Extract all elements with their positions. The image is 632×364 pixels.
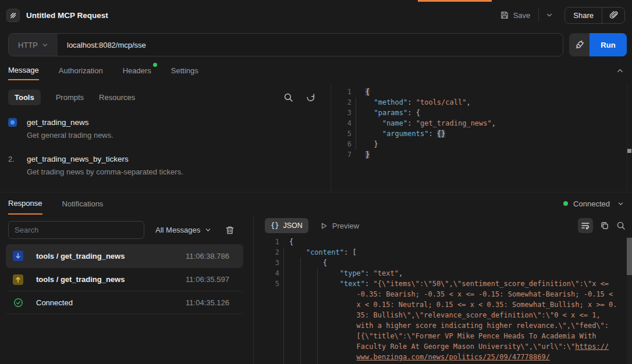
- code-line: 35: Bullish\",\"relevance_score_definiti…: [254, 310, 625, 320]
- response-body: All Messages tools / get_trading_news 11…: [0, 215, 632, 364]
- tool-list-item[interactable]: get_trading_news Get general trading new…: [8, 115, 319, 140]
- message-list: tools / get_trading_news 11:06:38.786 to…: [6, 244, 243, 314]
- braces-icon: {}: [271, 222, 279, 230]
- tool-list: get_trading_news Get general trading new…: [8, 115, 319, 188]
- chevron-down-icon: [617, 201, 624, 207]
- message-direction-up-icon: [13, 274, 23, 285]
- message-toolbar: All Messages: [8, 221, 236, 239]
- tools-search-button[interactable]: [283, 92, 293, 102]
- code-line: 5 "text": "{\"items\":\"50\",\"sentiment…: [254, 279, 625, 289]
- url-row: HTTP Run: [0, 33, 632, 56]
- request-json-editor[interactable]: 1{2 "method": "tools/call",3 "params": {…: [332, 87, 627, 192]
- code-line: x < 0.15: Neutral; 0.15 <= x < 0.35: Som…: [254, 299, 625, 310]
- message-row[interactable]: Connected 11:04:35.126: [6, 291, 243, 314]
- search-icon: [616, 221, 626, 230]
- tab-notifications[interactable]: Notifications: [62, 192, 104, 215]
- tool-description: Get general trading news.: [27, 131, 319, 140]
- tab-authorization[interactable]: Authorization: [59, 60, 103, 80]
- clear-messages-button[interactable]: [224, 224, 236, 236]
- app-window: Untitled MCP Request Save Share HTTP: [0, 0, 632, 364]
- tab-settings[interactable]: Settings: [171, 60, 198, 80]
- headers-green-dot: [153, 63, 157, 67]
- chevron-up-icon: [616, 67, 624, 74]
- tool-selected-indicator: [8, 118, 17, 127]
- message-row[interactable]: tools / get_trading_news 11:06:35.597: [6, 267, 243, 291]
- chevron-down-icon: [205, 227, 211, 233]
- code-line: with a higher score indicating higher re…: [254, 320, 625, 331]
- resources-tab[interactable]: Resources: [99, 93, 135, 102]
- save-icon: [500, 10, 509, 20]
- chevron-down-icon: [546, 12, 553, 19]
- code-line: www.benzinga.com/news/politics/25/09/477…: [254, 352, 625, 362]
- tool-name: get_trading_news_by_tickers: [27, 155, 129, 163]
- save-menu-chevron-button[interactable]: [541, 8, 558, 22]
- link-icon: [609, 10, 618, 20]
- scrollbar-thumb[interactable]: [627, 238, 632, 275]
- pane-divider: [331, 84, 331, 192]
- tab-headers[interactable]: Headers: [123, 60, 151, 80]
- run-button[interactable]: Run: [590, 33, 627, 56]
- tools-tab[interactable]: Tools: [8, 90, 41, 105]
- word-wrap-button[interactable]: [578, 218, 593, 233]
- top-loading-indicator: [418, 0, 492, 2]
- chevron-down-icon: [42, 42, 48, 48]
- connection-settings-button[interactable]: [569, 33, 590, 56]
- code-line: 4 "name": "get_trading_news",: [332, 118, 627, 129]
- message-label: tools / get_trading_news: [36, 252, 125, 260]
- request-tab-bar: Message Authorization Headers Settings: [0, 60, 632, 80]
- tab-message[interactable]: Message: [8, 60, 39, 80]
- url-input[interactable]: [58, 34, 563, 56]
- refresh-icon: [306, 92, 315, 102]
- message-filter-dropdown[interactable]: All Messages: [155, 226, 211, 234]
- viewer-toolbar: {} JSON Preview: [265, 217, 626, 234]
- viewer-search-button[interactable]: [616, 221, 626, 230]
- connection-status-dot: [563, 201, 568, 206]
- save-button[interactable]: Save: [494, 7, 537, 23]
- method-dropdown[interactable]: HTTP: [9, 34, 58, 56]
- connection-dropdown-button[interactable]: [617, 201, 624, 207]
- connected-check-icon: [13, 297, 23, 308]
- editor-scrollbar[interactable]: [627, 84, 632, 191]
- json-toggle-button[interactable]: {} JSON: [265, 218, 308, 233]
- tools-refresh-button[interactable]: [306, 92, 315, 102]
- tab-response[interactable]: Response: [8, 192, 42, 215]
- trash-icon: [225, 226, 235, 235]
- title-bar: Untitled MCP Request Save Share: [0, 0, 632, 30]
- copy-link-button[interactable]: [602, 8, 624, 23]
- code-line: 5 "arguments": {}: [332, 129, 627, 139]
- code-line: 2 "content": [: [254, 247, 625, 258]
- message-time: 11:06:35.597: [186, 275, 229, 284]
- copy-button[interactable]: [600, 221, 609, 230]
- code-line: Faculty Role At George Mason University\…: [254, 341, 625, 352]
- request-title: Untitled MCP Request: [26, 11, 108, 20]
- message-area: Tools Prompts Resources get_trading_n: [0, 81, 632, 192]
- preview-toggle-button[interactable]: Preview: [320, 222, 359, 230]
- copy-icon: [600, 221, 609, 230]
- scrollbar-thumb[interactable]: [627, 149, 631, 153]
- tool-list-item[interactable]: 2. get_trading_news_by_tickers Get tradi…: [8, 152, 319, 176]
- prompts-tab[interactable]: Prompts: [56, 93, 84, 102]
- play-icon: [320, 222, 328, 230]
- connection-status: Connected: [563, 192, 624, 215]
- message-row[interactable]: tools / get_trading_news 11:06:38.786: [6, 244, 243, 267]
- code-line: 3 "params": {: [332, 108, 627, 118]
- divider: [538, 9, 539, 22]
- message-list-pane: All Messages tools / get_trading_news 11…: [0, 215, 253, 364]
- collapse-panel-button[interactable]: [616, 67, 624, 74]
- share-button[interactable]: Share: [565, 8, 602, 23]
- plug-icon: [575, 40, 584, 49]
- response-json-viewer[interactable]: 1{2 "content": [3 {4 "type": "text",5 "t…: [254, 237, 625, 364]
- code-line: 4 "type": "text",: [254, 268, 625, 279]
- tools-tab-bar: Tools Prompts Resources: [8, 88, 315, 106]
- share-group: Share: [564, 7, 625, 24]
- url-bar: HTTP: [8, 33, 563, 56]
- tool-name: get_trading_news: [27, 118, 89, 127]
- run-group: Run: [569, 33, 627, 56]
- app-logo-icon: [6, 9, 20, 22]
- connection-status-label: Connected: [573, 199, 610, 208]
- response-viewer-pane: {} JSON Preview: [254, 215, 632, 364]
- message-search-input[interactable]: [8, 221, 144, 239]
- code-line: 3 {: [254, 258, 625, 268]
- code-line: 1{: [254, 237, 625, 247]
- message-label: tools / get_trading_news: [36, 275, 125, 284]
